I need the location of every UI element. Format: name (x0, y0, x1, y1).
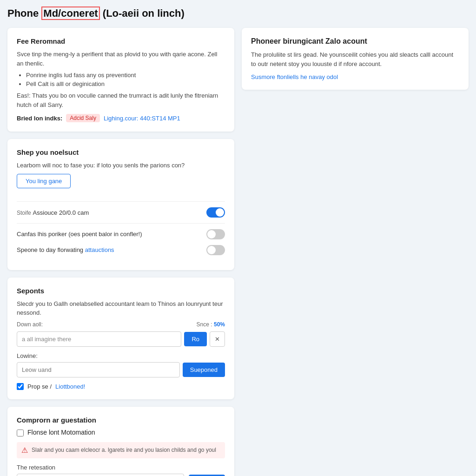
right-card: Phoneer birungicant Zalo acount The prol… (242, 28, 469, 90)
option2-toggle[interactable] (206, 245, 225, 255)
seponts-card: Seponts Slecdr you to Gallh onelabselled… (7, 278, 234, 399)
down-aoll-label: Down aoll: (17, 321, 43, 328)
option1-toggle[interactable] (206, 229, 225, 239)
seponts-checkbox-link[interactable]: Liottboned! (55, 383, 85, 390)
page-title: Phone Md/coneret (Lo-aeii on linch) (7, 7, 469, 20)
related-links-label: Bried lon indks: (17, 115, 62, 122)
lowine-row: Sueponed (17, 362, 225, 377)
confirm-bottom-row: Support (17, 474, 225, 476)
confirm-checkbox[interactable] (17, 430, 24, 436)
help-card-desc: Learbom will noc to fase you: if loto yo… (17, 161, 225, 170)
help-card: Shep you noelsuct Learbom will noc to fa… (7, 139, 234, 270)
seponts-title: Seponts (17, 287, 225, 295)
seponts-desc: Slecdr you to Gallh onelabselled account… (17, 299, 225, 317)
down-aoll-row: Ro ✕ (17, 331, 225, 347)
title-highlighted: Md/coneret (41, 7, 99, 20)
option2-row: Speone to day florwating attauctions (17, 245, 225, 255)
error-text: Slalr and you caam elcleocr a. lgarets i… (32, 446, 216, 454)
fee-card-desc: Svce tinp the meng-ly a perifient that a… (17, 50, 225, 68)
store-toggle-label: Stoife Assiouce 20/0.0 cam (17, 209, 89, 216)
left-column: Fee Reromnad Svce tinp the meng-ly a per… (7, 28, 234, 476)
confirm-card: Comprorn ar guestation Flonse lont Motom… (7, 407, 234, 476)
lowine-input[interactable] (17, 362, 180, 377)
fee-bullet-1: Ponrine inglis lud fass any os preventio… (26, 72, 225, 79)
seponts-checkbox[interactable] (17, 383, 24, 390)
save-pct: 50% (214, 321, 225, 328)
help-card-title: Shep you noelsuct (17, 148, 225, 156)
option1-row: Canfas lhis poriker (oes poent balor in … (17, 229, 225, 239)
option2-label: Speone to day florwating attauctions (17, 246, 114, 253)
option1-label: Canfas lhis poriker (oes poent balor in … (17, 231, 142, 238)
store-toggle-switch[interactable] (206, 207, 225, 218)
error-icon: ⚠ (21, 446, 28, 455)
right-card-title: Phoneer birungicant Zalo acount (251, 37, 459, 46)
fee-card-bullets: Ponrine inglis lud fass any os preventio… (26, 72, 225, 87)
related-tag: Adcid Saly (66, 114, 100, 122)
error-row: ⚠ Slalr and you caam elcleocr a. lgarets… (17, 442, 225, 458)
right-card-link[interactable]: Susmore ftonliells he navay odol (251, 73, 338, 80)
retesation-label: The retesation (17, 464, 225, 471)
seponts-checkbox-row: Prop se / Liottboned! (17, 383, 225, 390)
fee-card-note: Eas!: Thats you bo on voculle canned the… (17, 91, 225, 109)
lowine-label: Lowine: (17, 352, 225, 359)
fee-bullet-2: Pell Calt is alll or deginication (26, 80, 225, 87)
confirm-checkbox-row: Flonse lont Motomation (17, 429, 225, 436)
right-card-desc: The proluliite st lirs gead. Ne younscei… (251, 50, 459, 68)
confirm-title: Comprorn ar guestation (17, 416, 225, 424)
fee-card: Fee Reromnad Svce tinp the meng-ly a per… (7, 28, 234, 132)
fee-card-title: Fee Reromnad (17, 37, 225, 45)
confirm-checkbox-label: Flonse lont Motomation (27, 429, 95, 436)
store-toggle-row: Stoife Assiouce 20/0.0 cam (17, 207, 225, 218)
save-label: Snce : 50% (197, 321, 225, 328)
clear-button[interactable]: ✕ (210, 331, 225, 347)
sueponed-button[interactable]: Sueponed (183, 363, 225, 377)
support-button[interactable]: Support (189, 475, 225, 476)
right-column: Phoneer birungicant Zalo acount The prol… (242, 28, 469, 90)
down-aoll-input[interactable] (17, 331, 181, 347)
ro-button[interactable]: Ro (184, 332, 207, 346)
related-link[interactable]: Lighing.cour: 440:ST14 MP1 (104, 115, 180, 122)
retesation-input[interactable] (17, 474, 184, 476)
help-outline-btn[interactable]: You ling gane (17, 174, 71, 188)
option2-link[interactable]: attauctions (85, 246, 114, 253)
related-links: Bried lon indks: Adcid Saly Lighing.cour… (17, 114, 225, 122)
